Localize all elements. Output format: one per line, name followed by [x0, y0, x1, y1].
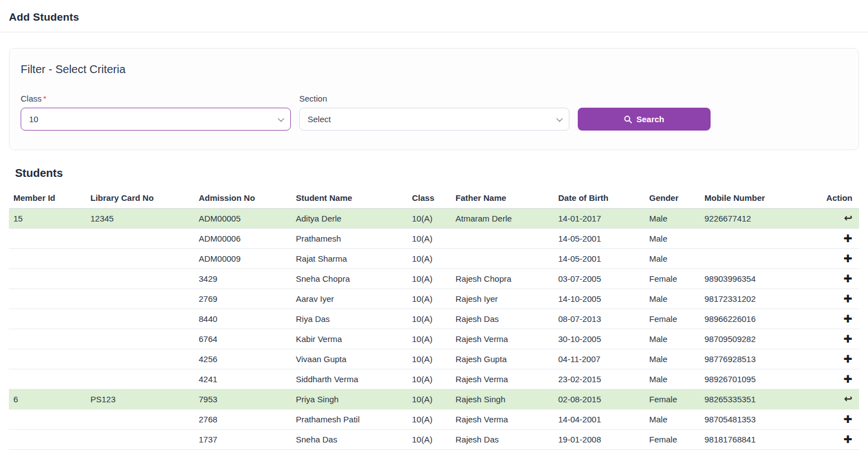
cell-mobile — [700, 228, 811, 248]
cell-library-card-no: 12345 — [86, 208, 194, 228]
add-student-icon[interactable]: ✚ — [843, 434, 852, 445]
cell-admission-no: ADM00005 — [194, 208, 291, 228]
cell-mobile: 98903996354 — [700, 268, 811, 288]
cell-dob: 14-05-2001 — [554, 228, 645, 248]
cell-member-id: 15 — [9, 208, 86, 228]
remove-student-icon[interactable]: ↩ — [844, 213, 852, 223]
cell-student-name: Riya Das — [291, 309, 407, 329]
students-title: Students — [15, 167, 868, 180]
cell-father-name — [451, 228, 554, 248]
cell-student-name: Prathamesh Patil — [291, 409, 407, 429]
column-header-member-id: Member Id — [9, 187, 86, 208]
cell-action: ✚ — [811, 268, 859, 288]
cell-dob: 23-02-2015 — [554, 369, 645, 389]
column-header-class: Class — [407, 187, 451, 208]
chevron-down-icon — [557, 115, 563, 121]
cell-mobile: 98709509282 — [700, 329, 811, 349]
table-row: 2769Aarav Iyer10(A)Rajesh Iyer14-10-2005… — [9, 288, 859, 309]
table-row: 2768Prathamesh Patil10(A)Rajesh Verma14-… — [9, 409, 859, 429]
class-select[interactable]: 10 — [21, 108, 291, 131]
add-student-icon[interactable]: ✚ — [843, 253, 852, 264]
table-row: 4241Siddharth Verma10(A)Rajesh Verma23-0… — [9, 369, 859, 389]
table-row: 6PS1237953Priya Singh10(A)Rajesh Singh02… — [9, 389, 859, 409]
cell-mobile: 98966226016 — [700, 309, 811, 329]
cell-gender: Male — [645, 208, 700, 228]
cell-member-id — [9, 349, 86, 369]
cell-class: 10(A) — [407, 429, 451, 449]
class-label-text: Class — [21, 94, 42, 103]
add-student-icon[interactable]: ✚ — [843, 374, 852, 384]
cell-member-id — [9, 429, 86, 449]
cell-dob: 14-01-2017 — [554, 208, 645, 228]
cell-gender: Male — [645, 228, 700, 248]
table-row: 4256Vivaan Gupta10(A)Rajesh Gupta04-11-2… — [9, 349, 859, 369]
cell-dob: 14-05-2001 — [554, 248, 645, 268]
table-row: 6764Kabir Verma10(A)Rajesh Verma30-10-20… — [9, 329, 859, 349]
column-header-date-of-birth: Date of Birth — [554, 187, 645, 208]
class-label: Class* — [21, 94, 291, 103]
table-row: 3429Sneha Chopra10(A)Rajesh Chopra03-07-… — [9, 268, 859, 288]
cell-admission-no: 4256 — [194, 349, 291, 369]
cell-gender: Female — [645, 309, 700, 329]
table-row: ADM00006Prathamesh10(A)14-05-2001Male✚ — [9, 228, 859, 248]
cell-mobile: 9226677412 — [700, 208, 811, 228]
cell-father-name: Rajesh Gupta — [451, 349, 554, 369]
cell-member-id — [9, 248, 86, 268]
cell-member-id — [9, 309, 86, 329]
cell-class: 10(A) — [407, 309, 451, 329]
cell-gender: Male — [645, 349, 700, 369]
cell-action: ✚ — [811, 409, 859, 429]
cell-father-name: Rajesh Verma — [451, 329, 554, 349]
class-field: Class* 10 — [21, 94, 291, 131]
cell-action: ✚ — [811, 288, 859, 309]
cell-library-card-no — [86, 309, 194, 329]
cell-father-name: Rajesh Iyer — [451, 288, 554, 309]
add-student-icon[interactable]: ✚ — [843, 414, 852, 425]
cell-member-id — [9, 268, 86, 288]
cell-class: 10(A) — [407, 228, 451, 248]
cell-library-card-no — [86, 288, 194, 309]
cell-class: 10(A) — [407, 369, 451, 389]
section-field: Section Select — [299, 94, 569, 131]
cell-dob: 08-07-2013 — [554, 309, 645, 329]
class-select-value: 10 — [29, 114, 39, 124]
section-label: Section — [299, 94, 569, 103]
section-select[interactable]: Select — [299, 108, 569, 131]
cell-library-card-no — [86, 429, 194, 449]
search-button[interactable]: Search — [578, 108, 711, 131]
cell-library-card-no — [86, 268, 194, 288]
section-select-value: Select — [308, 114, 331, 124]
cell-admission-no: 7953 — [194, 389, 291, 409]
cell-class: 10(A) — [407, 409, 451, 429]
cell-admission-no: 1737 — [194, 429, 291, 449]
search-button-label: Search — [636, 114, 664, 124]
add-student-icon[interactable]: ✚ — [843, 293, 852, 304]
cell-dob: 14-10-2005 — [554, 288, 645, 309]
add-student-icon[interactable]: ✚ — [843, 233, 852, 244]
cell-student-name: Sneha Das — [291, 429, 407, 449]
add-student-icon[interactable]: ✚ — [843, 273, 852, 284]
add-student-icon[interactable]: ✚ — [843, 354, 852, 364]
cell-student-name: Rajat Sharma — [291, 248, 407, 268]
remove-student-icon[interactable]: ↩ — [844, 394, 852, 404]
table-row: 1737Sneha Das10(A)Rajesh Das19-01-2008Fe… — [9, 429, 859, 449]
add-student-icon[interactable]: ✚ — [843, 334, 852, 344]
cell-member-id — [9, 228, 86, 248]
cell-gender: Male — [645, 409, 700, 429]
filter-title: Filter - Select Criteria — [21, 63, 847, 76]
filter-row: Class* 10 Section Select Search — [21, 94, 847, 131]
filter-card: Filter - Select Criteria Class* 10 Secti… — [9, 48, 859, 150]
cell-member-id — [9, 369, 86, 389]
cell-father-name: Rajesh Das — [451, 309, 554, 329]
students-table: Member IdLibrary Card NoAdmission NoStud… — [9, 187, 859, 450]
cell-student-name: Siddharth Verma — [291, 369, 407, 389]
add-student-icon[interactable]: ✚ — [843, 314, 852, 324]
cell-library-card-no — [86, 248, 194, 268]
table-row: 8440Riya Das10(A)Rajesh Das08-07-2013Fem… — [9, 309, 859, 329]
cell-gender: Male — [645, 288, 700, 309]
cell-library-card-no — [86, 349, 194, 369]
cell-class: 10(A) — [407, 389, 451, 409]
cell-class: 10(A) — [407, 329, 451, 349]
cell-student-name: Aarav Iyer — [291, 288, 407, 309]
cell-action: ✚ — [811, 228, 859, 248]
